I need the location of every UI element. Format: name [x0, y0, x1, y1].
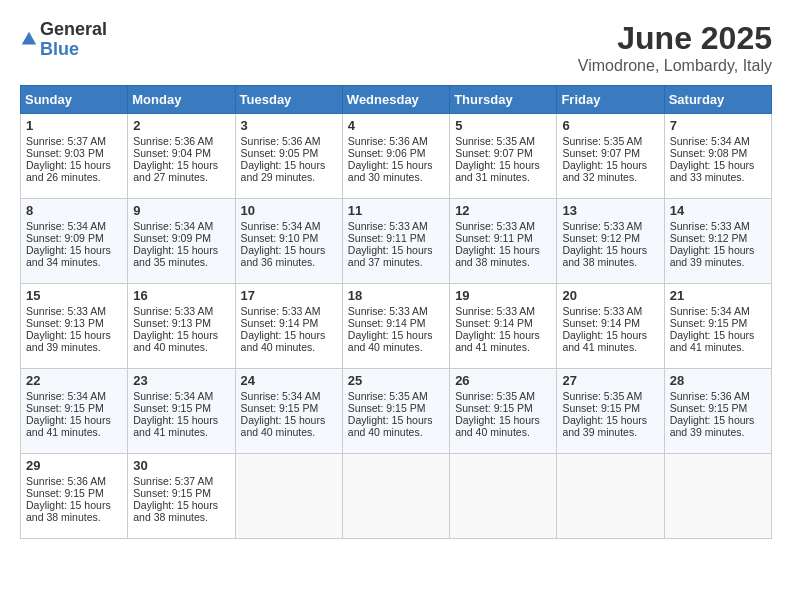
day-info: Sunrise: 5:36 AMSunset: 9:15 PMDaylight:…: [26, 475, 111, 523]
header-sunday: Sunday: [21, 86, 128, 114]
day-info: Sunrise: 5:34 AMSunset: 9:15 PMDaylight:…: [670, 305, 755, 353]
calendar-table: SundayMondayTuesdayWednesdayThursdayFrid…: [20, 85, 772, 539]
calendar-cell: 3Sunrise: 5:36 AMSunset: 9:05 PMDaylight…: [235, 114, 342, 199]
day-number: 14: [670, 203, 766, 218]
day-info: Sunrise: 5:36 AMSunset: 9:15 PMDaylight:…: [670, 390, 755, 438]
day-number: 27: [562, 373, 658, 388]
logo: General Blue: [20, 20, 107, 60]
day-number: 4: [348, 118, 444, 133]
day-number: 16: [133, 288, 229, 303]
calendar-cell: 8Sunrise: 5:34 AMSunset: 9:09 PMDaylight…: [21, 199, 128, 284]
calendar-cell: 10Sunrise: 5:34 AMSunset: 9:10 PMDayligh…: [235, 199, 342, 284]
day-info: Sunrise: 5:35 AMSunset: 9:07 PMDaylight:…: [562, 135, 647, 183]
logo-general: General: [40, 20, 107, 40]
day-number: 15: [26, 288, 122, 303]
location-title: Vimodrone, Lombardy, Italy: [578, 57, 772, 75]
week-row-1: 1Sunrise: 5:37 AMSunset: 9:03 PMDaylight…: [21, 114, 772, 199]
day-info: Sunrise: 5:33 AMSunset: 9:12 PMDaylight:…: [562, 220, 647, 268]
title-block: June 2025 Vimodrone, Lombardy, Italy: [578, 20, 772, 75]
calendar-cell: [450, 454, 557, 539]
header-tuesday: Tuesday: [235, 86, 342, 114]
calendar-cell: 30Sunrise: 5:37 AMSunset: 9:15 PMDayligh…: [128, 454, 235, 539]
day-number: 21: [670, 288, 766, 303]
logo-blue: Blue: [40, 40, 107, 60]
calendar-cell: 4Sunrise: 5:36 AMSunset: 9:06 PMDaylight…: [342, 114, 449, 199]
week-row-5: 29Sunrise: 5:36 AMSunset: 9:15 PMDayligh…: [21, 454, 772, 539]
calendar-cell: [557, 454, 664, 539]
calendar-cell: 27Sunrise: 5:35 AMSunset: 9:15 PMDayligh…: [557, 369, 664, 454]
calendar-cell: 14Sunrise: 5:33 AMSunset: 9:12 PMDayligh…: [664, 199, 771, 284]
day-info: Sunrise: 5:33 AMSunset: 9:14 PMDaylight:…: [241, 305, 326, 353]
day-number: 5: [455, 118, 551, 133]
day-info: Sunrise: 5:35 AMSunset: 9:15 PMDaylight:…: [455, 390, 540, 438]
calendar-cell: 1Sunrise: 5:37 AMSunset: 9:03 PMDaylight…: [21, 114, 128, 199]
day-info: Sunrise: 5:33 AMSunset: 9:14 PMDaylight:…: [455, 305, 540, 353]
day-number: 3: [241, 118, 337, 133]
calendar-cell: 19Sunrise: 5:33 AMSunset: 9:14 PMDayligh…: [450, 284, 557, 369]
day-number: 22: [26, 373, 122, 388]
calendar-cell: 15Sunrise: 5:33 AMSunset: 9:13 PMDayligh…: [21, 284, 128, 369]
day-number: 26: [455, 373, 551, 388]
calendar-cell: 29Sunrise: 5:36 AMSunset: 9:15 PMDayligh…: [21, 454, 128, 539]
day-info: Sunrise: 5:34 AMSunset: 9:15 PMDaylight:…: [133, 390, 218, 438]
day-number: 8: [26, 203, 122, 218]
day-number: 24: [241, 373, 337, 388]
calendar-cell: 2Sunrise: 5:36 AMSunset: 9:04 PMDaylight…: [128, 114, 235, 199]
month-title: June 2025: [578, 20, 772, 57]
day-number: 25: [348, 373, 444, 388]
calendar-cell: 21Sunrise: 5:34 AMSunset: 9:15 PMDayligh…: [664, 284, 771, 369]
calendar-cell: 16Sunrise: 5:33 AMSunset: 9:13 PMDayligh…: [128, 284, 235, 369]
day-info: Sunrise: 5:37 AMSunset: 9:03 PMDaylight:…: [26, 135, 111, 183]
week-row-4: 22Sunrise: 5:34 AMSunset: 9:15 PMDayligh…: [21, 369, 772, 454]
day-info: Sunrise: 5:33 AMSunset: 9:13 PMDaylight:…: [26, 305, 111, 353]
day-number: 19: [455, 288, 551, 303]
calendar-cell: 7Sunrise: 5:34 AMSunset: 9:08 PMDaylight…: [664, 114, 771, 199]
day-info: Sunrise: 5:33 AMSunset: 9:12 PMDaylight:…: [670, 220, 755, 268]
day-number: 10: [241, 203, 337, 218]
calendar-cell: [342, 454, 449, 539]
day-info: Sunrise: 5:34 AMSunset: 9:08 PMDaylight:…: [670, 135, 755, 183]
day-info: Sunrise: 5:33 AMSunset: 9:14 PMDaylight:…: [562, 305, 647, 353]
calendar-cell: 20Sunrise: 5:33 AMSunset: 9:14 PMDayligh…: [557, 284, 664, 369]
page-header: General Blue June 2025 Vimodrone, Lombar…: [20, 20, 772, 75]
calendar-cell: 24Sunrise: 5:34 AMSunset: 9:15 PMDayligh…: [235, 369, 342, 454]
calendar-cell: 26Sunrise: 5:35 AMSunset: 9:15 PMDayligh…: [450, 369, 557, 454]
day-info: Sunrise: 5:33 AMSunset: 9:11 PMDaylight:…: [455, 220, 540, 268]
week-row-2: 8Sunrise: 5:34 AMSunset: 9:09 PMDaylight…: [21, 199, 772, 284]
day-number: 6: [562, 118, 658, 133]
day-info: Sunrise: 5:34 AMSunset: 9:09 PMDaylight:…: [26, 220, 111, 268]
day-number: 30: [133, 458, 229, 473]
calendar-cell: 5Sunrise: 5:35 AMSunset: 9:07 PMDaylight…: [450, 114, 557, 199]
day-info: Sunrise: 5:33 AMSunset: 9:11 PMDaylight:…: [348, 220, 433, 268]
day-number: 29: [26, 458, 122, 473]
calendar-cell: 13Sunrise: 5:33 AMSunset: 9:12 PMDayligh…: [557, 199, 664, 284]
day-number: 7: [670, 118, 766, 133]
header-monday: Monday: [128, 86, 235, 114]
day-info: Sunrise: 5:34 AMSunset: 9:09 PMDaylight:…: [133, 220, 218, 268]
calendar-cell: 22Sunrise: 5:34 AMSunset: 9:15 PMDayligh…: [21, 369, 128, 454]
calendar-cell: 12Sunrise: 5:33 AMSunset: 9:11 PMDayligh…: [450, 199, 557, 284]
day-number: 1: [26, 118, 122, 133]
day-info: Sunrise: 5:33 AMSunset: 9:14 PMDaylight:…: [348, 305, 433, 353]
calendar-cell: 18Sunrise: 5:33 AMSunset: 9:14 PMDayligh…: [342, 284, 449, 369]
header-thursday: Thursday: [450, 86, 557, 114]
header-saturday: Saturday: [664, 86, 771, 114]
logo-icon: [20, 30, 38, 48]
calendar-cell: 25Sunrise: 5:35 AMSunset: 9:15 PMDayligh…: [342, 369, 449, 454]
day-number: 23: [133, 373, 229, 388]
day-number: 17: [241, 288, 337, 303]
day-info: Sunrise: 5:36 AMSunset: 9:04 PMDaylight:…: [133, 135, 218, 183]
day-info: Sunrise: 5:35 AMSunset: 9:15 PMDaylight:…: [348, 390, 433, 438]
day-info: Sunrise: 5:37 AMSunset: 9:15 PMDaylight:…: [133, 475, 218, 523]
week-row-3: 15Sunrise: 5:33 AMSunset: 9:13 PMDayligh…: [21, 284, 772, 369]
day-number: 20: [562, 288, 658, 303]
calendar-cell: [664, 454, 771, 539]
calendar-cell: 23Sunrise: 5:34 AMSunset: 9:15 PMDayligh…: [128, 369, 235, 454]
header-row: SundayMondayTuesdayWednesdayThursdayFrid…: [21, 86, 772, 114]
day-info: Sunrise: 5:34 AMSunset: 9:15 PMDaylight:…: [241, 390, 326, 438]
day-info: Sunrise: 5:33 AMSunset: 9:13 PMDaylight:…: [133, 305, 218, 353]
day-number: 11: [348, 203, 444, 218]
calendar-cell: 17Sunrise: 5:33 AMSunset: 9:14 PMDayligh…: [235, 284, 342, 369]
day-info: Sunrise: 5:35 AMSunset: 9:15 PMDaylight:…: [562, 390, 647, 438]
calendar-cell: 28Sunrise: 5:36 AMSunset: 9:15 PMDayligh…: [664, 369, 771, 454]
